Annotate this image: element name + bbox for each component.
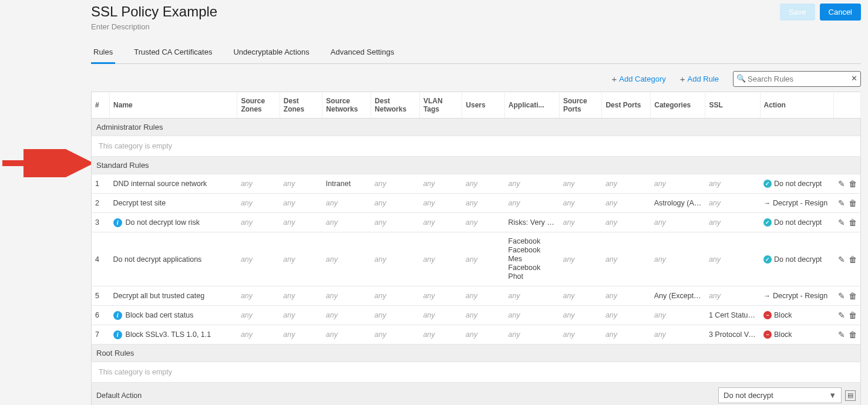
page-description[interactable]: Enter Description: [91, 22, 217, 31]
edit-icon[interactable]: ✎: [838, 218, 845, 227]
delete-icon[interactable]: 🗑: [849, 330, 857, 339]
clear-search-icon[interactable]: ✕: [851, 74, 857, 83]
arrow-right-icon: →: [763, 292, 771, 300]
table-row[interactable]: 3iDo not decrypt low riskanyanyanyanyany…: [92, 213, 861, 232]
check-icon: ✓: [763, 255, 772, 264]
delete-icon[interactable]: 🗑: [849, 218, 857, 227]
add-rule-button[interactable]: + Add Rule: [680, 74, 719, 84]
add-category-button[interactable]: + Add Category: [611, 74, 665, 84]
column-header: #: [92, 92, 110, 119]
action-label: Decrypt - Resign: [773, 199, 827, 207]
edit-icon[interactable]: ✎: [838, 330, 845, 339]
rule-name: DND internal source network: [113, 180, 207, 188]
tab-rules[interactable]: Rules: [91, 42, 115, 63]
table-row[interactable]: 5Decrypt all but trusted categanyanyanya…: [92, 286, 861, 306]
column-header: Dest Zones: [280, 92, 322, 119]
column-header: Source Zones: [237, 92, 280, 119]
search-icon: 🔍: [736, 74, 746, 83]
arrow-right-icon: →: [763, 199, 771, 207]
tab-advanced-settings[interactable]: Advanced Settings: [328, 42, 396, 63]
action-label: Do not decrypt: [774, 255, 822, 264]
tab-trusted-ca-certificates[interactable]: Trusted CA Certificates: [132, 42, 214, 63]
check-icon: ✓: [763, 218, 772, 227]
delete-icon[interactable]: 🗑: [849, 198, 857, 208]
rule-name: Block SSLv3. TLS 1.0, 1.1: [126, 330, 211, 339]
delete-icon[interactable]: 🗑: [849, 310, 857, 320]
search-input[interactable]: [733, 71, 861, 87]
table-row[interactable]: 6iBlock bad cert statusanyanyanyanyanyan…: [92, 306, 861, 325]
edit-icon[interactable]: ✎: [838, 179, 845, 188]
column-header: Categories: [651, 92, 705, 119]
table-row[interactable]: 2Decrypt test siteanyanyanyanyanyanyanya…: [92, 194, 861, 213]
rules-table: #NameSource ZonesDest ZonesSource Networ…: [91, 92, 861, 405]
action-label: Do not decrypt: [774, 180, 822, 188]
check-icon: ✓: [763, 180, 772, 188]
edit-icon[interactable]: ✎: [838, 291, 845, 301]
rule-name: Decrypt all but trusted categ: [113, 292, 205, 300]
table-row[interactable]: 7iBlock SSLv3. TLS 1.0, 1.1anyanyanyanya…: [92, 325, 861, 345]
save-button: Save: [780, 4, 815, 21]
action-label: Decrypt - Resign: [773, 292, 827, 300]
delete-icon[interactable]: 🗑: [849, 291, 857, 301]
info-icon[interactable]: i: [113, 311, 122, 320]
column-header: Applicati...: [504, 92, 559, 119]
plus-icon: +: [611, 74, 617, 84]
rule-name: Do not decrypt low risk: [126, 218, 200, 227]
tab-undecryptable-actions[interactable]: Undecryptable Actions: [231, 42, 311, 63]
delete-icon[interactable]: 🗑: [849, 179, 857, 188]
column-header: VLAN Tags: [419, 92, 462, 119]
column-header: Name: [110, 92, 237, 119]
page-title: SSL Policy Example: [91, 4, 217, 20]
column-header: Action: [760, 92, 833, 119]
table-row[interactable]: 1DND internal source networkanyanyIntran…: [92, 174, 861, 194]
tabs: RulesTrusted CA CertificatesUndecryptabl…: [91, 42, 861, 64]
category-header: Administrator Rules: [92, 119, 861, 136]
rule-name: Decrypt test site: [113, 199, 166, 207]
edit-icon[interactable]: ✎: [838, 310, 845, 320]
default-action-label: Default Action: [92, 383, 705, 406]
info-icon[interactable]: i: [113, 330, 122, 339]
column-header: Users: [462, 92, 504, 119]
empty-category-text: This category is empty: [92, 362, 861, 383]
column-header: Dest Ports: [602, 92, 651, 119]
empty-category-text: This category is empty: [92, 136, 861, 157]
annotation-arrow: [0, 149, 91, 177]
chevron-down-icon: ▼: [829, 391, 836, 400]
add-category-label: Add Category: [619, 75, 666, 83]
column-header: Dest Networks: [371, 92, 420, 119]
edit-icon[interactable]: ✎: [838, 255, 845, 264]
delete-icon[interactable]: 🗑: [849, 255, 857, 264]
add-rule-label: Add Rule: [688, 75, 719, 83]
column-header: SSL: [705, 92, 760, 119]
table-row[interactable]: 4Do not decrypt applicationsanyanyanyany…: [92, 232, 861, 286]
column-header: Source Networks: [322, 92, 371, 119]
plus-icon: +: [680, 74, 685, 84]
block-icon: −: [763, 311, 772, 319]
default-action-select[interactable]: Do not decrypt▼: [718, 387, 842, 403]
cancel-button[interactable]: Cancel: [820, 4, 861, 21]
rule-name: Block bad cert status: [126, 311, 194, 319]
category-header: Standard Rules: [92, 157, 861, 174]
edit-icon[interactable]: ✎: [838, 198, 845, 208]
action-label: Block: [774, 311, 792, 319]
category-header: Root Rules: [92, 345, 861, 362]
column-header: Source Ports: [559, 92, 601, 119]
block-icon: −: [763, 330, 772, 339]
info-icon[interactable]: i: [113, 218, 122, 227]
rule-name: Do not decrypt applications: [113, 255, 202, 264]
log-icon[interactable]: ▤: [845, 390, 856, 401]
action-label: Do not decrypt: [774, 218, 822, 227]
action-label: Block: [774, 330, 792, 339]
